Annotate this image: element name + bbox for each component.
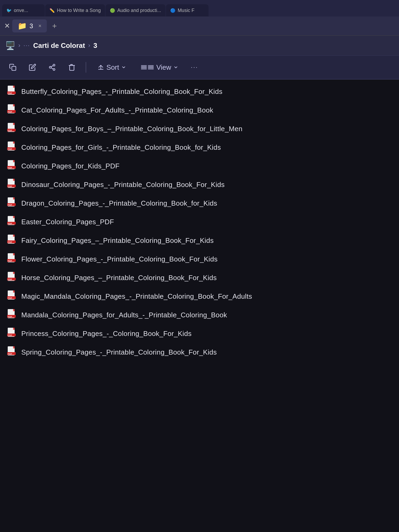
file-name: Spring_Coloring_Pages_-_Printable_Colori… [21, 348, 217, 356]
svg-text:PDF: PDF [8, 204, 12, 206]
svg-text:PDF: PDF [8, 260, 12, 262]
copy-button[interactable] [5, 60, 20, 75]
sort-label: Sort [106, 63, 119, 72]
svg-rect-0 [12, 66, 16, 70]
file-name: Dinosaur_Coloring_Pages_-_Printable_Colo… [21, 181, 225, 189]
list-item[interactable]: PDF Horse_Coloring_Pages_–_Printable_Col… [0, 268, 399, 287]
breadcrumb-carti[interactable]: Carti de Colorat [33, 41, 85, 50]
svg-line-4 [51, 68, 53, 69]
svg-text:PDF: PDF [8, 129, 12, 132]
svg-text:PDF: PDF [8, 297, 12, 299]
file-name: Cat_Coloring_Pages_For_Adults_-_Printabl… [21, 106, 213, 114]
list-item[interactable]: PDF Coloring_Pages_for_Girls_-_Printable… [0, 138, 399, 157]
list-item[interactable]: PDF Butterfly_Coloring_Pages_-_Printable… [0, 82, 399, 101]
file-icon: PDF [6, 216, 18, 227]
chevron-right-icon-1: › [18, 42, 20, 49]
folder-icon: 📁 [18, 22, 27, 30]
list-item[interactable]: PDF Coloring_Pages_for_Boys_–_Printable_… [0, 119, 399, 138]
browser-tab-1[interactable]: 🐦 onve... [2, 4, 45, 16]
tab1-favicon: 🐦 [6, 8, 12, 13]
svg-line-5 [51, 66, 53, 67]
svg-text:PDF: PDF [8, 185, 12, 188]
file-name: Coloring_Pages_for_Boys_–_Printable_Colo… [21, 125, 243, 133]
file-icon: PDF [6, 253, 18, 265]
file-list: PDF Butterfly_Coloring_Pages_-_Printable… [0, 80, 399, 364]
toolbar-divider [86, 62, 86, 73]
file-name: Flower_Coloring_Pages_-_Printable_Colori… [21, 255, 218, 263]
new-tab-button[interactable]: + [49, 20, 60, 32]
list-item[interactable]: PDF Dinosaur_Coloring_Pages_-_Printable_… [0, 175, 399, 194]
address-bar: 🖥️ › ··· Carti de Colorat › 3 [0, 36, 399, 56]
file-icon: PDF [6, 142, 18, 153]
chevron-right-icon-2: › [88, 42, 90, 49]
file-name: Coloring_Pages_for_Kids_PDF [21, 162, 119, 170]
browser-tab-4[interactable]: 🔵 Music F [166, 4, 209, 16]
browser-tab-3[interactable]: 🟢 Audio and producti... [106, 4, 165, 16]
svg-text:PDF: PDF [8, 315, 12, 318]
file-icon: PDF [6, 347, 18, 358]
file-name: Magic_Mandala_Coloring_Pages_-_Printable… [21, 292, 252, 301]
svg-text:PDF: PDF [8, 92, 12, 94]
more-options-button[interactable]: ··· [188, 62, 201, 73]
list-item[interactable]: PDF Cat_Coloring_Pages_For_Adults_-_Prin… [0, 101, 399, 119]
file-name: Princess_Coloring_Pages_-_Coloring_Book_… [21, 330, 192, 338]
file-icon: PDF [6, 328, 18, 339]
delete-button[interactable] [64, 60, 79, 75]
file-icon: PDF [6, 123, 18, 134]
svg-text:PDF: PDF [8, 111, 12, 113]
svg-text:PDF: PDF [8, 167, 12, 169]
list-item[interactable]: PDF Spring_Coloring_Pages_-_Printable_Co… [0, 343, 399, 361]
share-button[interactable] [45, 60, 60, 75]
list-item[interactable]: PDF Coloring_Pages_for_Kids_PDF [0, 157, 399, 175]
breadcrumb-3[interactable]: 3 [93, 41, 97, 50]
tab1-label: onve... [14, 8, 40, 13]
browser-tab-2[interactable]: ✏️ How to Write a Song [45, 4, 105, 16]
toolbar: Sort View [0, 56, 399, 80]
window-tab-title: 3 [30, 22, 33, 30]
tab3-label: Audio and producti... [117, 8, 161, 13]
tab4-favicon: 🔵 [170, 8, 176, 13]
file-name: Butterfly_Coloring_Pages_-_Printable_Col… [21, 88, 222, 96]
list-item[interactable]: PDF Princess_Coloring_Pages_-_Coloring_B… [0, 324, 399, 343]
window-tab-close[interactable]: ✕ [4, 22, 10, 30]
file-icon: PDF [6, 291, 18, 302]
monitor-icon: 🖥️ [5, 41, 15, 50]
file-name: Dragon_Coloring_Pages_-_Printable_Colori… [21, 199, 217, 207]
file-name: Fairy_Coloring_Pages_–_Printable_Colorin… [21, 236, 214, 245]
tab2-favicon: ✏️ [49, 8, 55, 13]
rename-button[interactable] [25, 60, 40, 75]
browser-tabbar: 🐦 onve... ✏️ How to Write a Song 🟢 Audio… [0, 0, 399, 16]
window-tabbar: ✕ 📁 3 × + [0, 16, 399, 36]
sort-button[interactable]: Sort [93, 61, 131, 74]
list-item[interactable]: PDF Flower_Coloring_Pages_-_Printable_Co… [0, 250, 399, 268]
file-name: Horse_Coloring_Pages_–_Printable_Colorin… [21, 274, 217, 282]
file-icon: PDF [6, 235, 18, 246]
file-name: Coloring_Pages_for_Girls_-_Printable_Col… [21, 143, 221, 152]
svg-text:PDF: PDF [8, 278, 12, 281]
svg-text:PDF: PDF [8, 241, 12, 243]
tab4-label: Music F [178, 8, 204, 13]
address-dots[interactable]: ··· [23, 42, 30, 49]
window-tab-x[interactable]: × [38, 23, 41, 29]
view-button[interactable]: View [136, 61, 183, 74]
list-item[interactable]: PDF Fairy_Coloring_Pages_–_Printable_Col… [0, 231, 399, 250]
file-icon: PDF [6, 160, 18, 172]
window-tab-folder[interactable]: 📁 3 × [12, 19, 47, 32]
main-content: ✕ 📁 3 × + 🖥️ › ··· Carti de Colorat › 3 [0, 16, 399, 532]
list-item[interactable]: PDF Mandala_Coloring_Pages_for_Adults_-_… [0, 306, 399, 324]
list-item[interactable]: PDF Easter_Coloring_Pages_PDF [0, 213, 399, 231]
svg-text:PDF: PDF [8, 222, 12, 225]
svg-text:PDF: PDF [8, 148, 12, 150]
tab3-favicon: 🟢 [110, 8, 115, 13]
file-icon: PDF [6, 179, 18, 190]
file-list-container: PDF Butterfly_Coloring_Pages_-_Printable… [0, 80, 399, 532]
file-icon: PDF [6, 309, 18, 321]
file-name: Easter_Coloring_Pages_PDF [21, 218, 114, 226]
tab2-label: How to Write a Song [57, 8, 101, 13]
list-item[interactable]: PDF Magic_Mandala_Coloring_Pages_-_Print… [0, 287, 399, 306]
list-item[interactable]: PDF Dragon_Coloring_Pages_-_Printable_Co… [0, 194, 399, 213]
file-icon: PDF [6, 272, 18, 283]
svg-text:PDF: PDF [8, 353, 12, 355]
file-icon: PDF [6, 105, 18, 116]
svg-text:PDF: PDF [8, 334, 12, 336]
